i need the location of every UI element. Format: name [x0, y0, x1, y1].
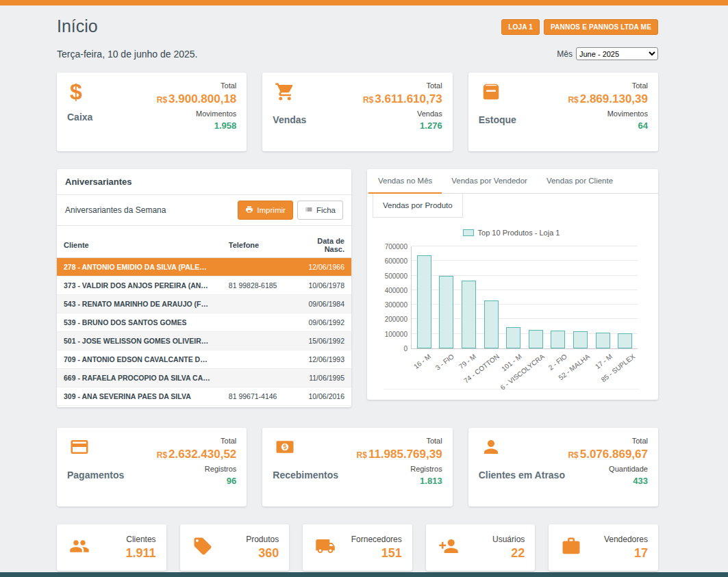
print-button[interactable]: Imprimir [238, 201, 293, 220]
tab-vendas-por-vendedor[interactable]: Vendas por Vendedor [442, 169, 537, 193]
count-value: 64 [568, 120, 648, 131]
month-select[interactable]: June - 2025 [576, 47, 658, 60]
total-label: Total [363, 81, 442, 90]
date-row: Terça-feira, 10 de junho de 2025. Mês Ju… [57, 47, 658, 60]
table-row[interactable]: 709 - ANTONIO EDSON CAVALCANTE D… 12/06/… [57, 350, 351, 369]
stat-left: Recebimentos [273, 437, 338, 498]
stat-left: Pagamentos [67, 437, 124, 498]
person-icon [479, 437, 565, 460]
chart-x-axis: 16 - M3 - FIO79 - M74 - COTTON101 - M6 -… [411, 349, 638, 389]
chart-bar [462, 281, 476, 348]
chart-bar [618, 333, 632, 348]
stat-card-title: Clientes em Atraso [479, 470, 565, 480]
tab-vendas-por-produto[interactable]: Vendas por Produto [373, 194, 463, 218]
chart-title: Top 10 Produtos - Loja 1 [478, 229, 560, 237]
cell-data: 11/06/1995 [292, 369, 351, 387]
bar-slot [413, 246, 436, 348]
cell-data: 10/06/1978 [292, 277, 351, 295]
total-amount: R$11.985.769,39 [357, 448, 442, 462]
amount-value: 3.900.800,18 [168, 92, 236, 105]
count-value: 1.276 [363, 120, 442, 131]
briefcase-icon [559, 536, 583, 559]
table-row[interactable]: 501 - JOSE WELISSON GOMES OLIVEIR… 15/06… [57, 332, 351, 350]
count-label: Movimentos [568, 110, 648, 118]
table-row[interactable]: 539 - BRUNO DOS SANTOS GOMES 09/06/1992 [57, 313, 351, 332]
table-row[interactable]: 278 - ANTONIO EMIDIO DA SILVA (PALE… 12/… [57, 258, 351, 277]
count-label: Vendas [363, 110, 442, 118]
legend-swatch [463, 229, 474, 236]
y-tick-label: 300000 [385, 301, 412, 309]
stat-right: Total R$11.985.769,39 Registros 1.813 [357, 437, 442, 498]
stat-card-pagamentos: Pagamentos Total R$2.632.430,52 Registro… [57, 428, 247, 507]
total-label: Total [157, 437, 237, 445]
currency-symbol: R$ [568, 450, 578, 460]
amount-value: 3.611.610,73 [375, 92, 442, 105]
summary-right: Vendedores 17 [604, 535, 648, 561]
stat-card-estoque: Estoque Total R$2.869.130,39 Movimentos … [468, 73, 658, 151]
chart-bars [412, 246, 638, 348]
summary-value: 360 [246, 546, 279, 561]
bar-slot [525, 246, 547, 348]
x-tick-label: 16 - M [412, 352, 432, 370]
ficha-button-label: Ficha [316, 206, 336, 214]
y-tick-label: 600000 [385, 257, 412, 265]
column-header-data: Data de Nasc. [292, 233, 351, 258]
x-tick: 85 - SUPLEX [615, 349, 638, 389]
y-tick-label: 400000 [385, 286, 412, 294]
summary-cards: Clientes 1.911 Produtos 360 Fornecedores… [57, 524, 658, 571]
chart-bar [417, 255, 431, 348]
credit-card-icon [67, 437, 124, 460]
cell-telefone: 81 99671-4146 [222, 387, 292, 406]
summary-value: 1.911 [126, 546, 156, 561]
toolbar-buttons: Imprimir Ficha [238, 201, 343, 220]
chart-plot: 0100000200000300000400000500000600000700… [411, 246, 638, 349]
total-amount: R$3.900.800,18 [157, 92, 237, 107]
table-row[interactable]: 373 - VALDIR DOS ANJOS PEREIRA (AN… 81 9… [57, 277, 351, 295]
y-tick-label: 200000 [385, 316, 412, 323]
summary-card-usuarios: Usuários 22 [426, 524, 536, 571]
table-row[interactable]: 309 - ANA SEVERINA PAES DA SILVA 81 9967… [57, 387, 351, 406]
store-button[interactable]: LOJA 1 [501, 19, 540, 35]
header-buttons: LOJA 1 PANNOS E PANNOS LTDA ME [501, 19, 658, 35]
total-label: Total [357, 437, 442, 445]
cell-data: 12/06/1966 [292, 258, 351, 277]
stat-card-title: Estoque [479, 114, 516, 125]
summary-right: Produtos 360 [246, 535, 279, 561]
cell-data: 12/06/1993 [292, 350, 351, 369]
stat-right: Total R$2.869.130,39 Movimentos 64 [568, 81, 648, 142]
bar-slot [436, 246, 458, 348]
birthdays-subtitle: Aniversariantes da Semana [65, 205, 166, 215]
cell-telefone [222, 258, 292, 277]
tab-vendas-por-cliente[interactable]: Vendas por Cliente [537, 169, 623, 193]
x-tick-label: 79 - M [457, 352, 477, 370]
tab-vendas-no-mes[interactable]: Vendas no Mês [368, 169, 442, 194]
stat-left: Estoque [479, 81, 516, 142]
count-value: 1.958 [157, 120, 237, 131]
summary-card-produtos: Produtos 360 [180, 524, 290, 571]
cell-cliente: 373 - VALDIR DOS ANJOS PEREIRA (AN… [57, 277, 222, 295]
bar-slot [547, 246, 570, 348]
middle-row: Aniversariantes Aniversariantes da Seman… [57, 169, 658, 407]
table-row[interactable]: 669 - RAFAELA PROCOPIO DA SILVA CA… 11/0… [57, 369, 351, 387]
count-label: Quantidade [568, 465, 648, 473]
ficha-button[interactable]: Ficha [297, 201, 343, 220]
list-icon [305, 205, 313, 215]
cell-cliente: 309 - ANA SEVERINA PAES DA SILVA [57, 387, 222, 406]
summary-right: Clientes 1.911 [126, 535, 156, 561]
summary-label: Usuários [492, 535, 525, 544]
count-value: 1.813 [357, 476, 442, 486]
table-row[interactable]: 543 - RENATO MARINHO DE ARAUJO (F… 09/06… [57, 295, 351, 313]
month-picker: Mês June - 2025 [557, 47, 658, 60]
total-amount: R$2.869.130,39 [568, 92, 648, 107]
cell-telefone [222, 313, 292, 332]
company-button[interactable]: PANNOS E PANNOS LTDA ME [544, 19, 658, 35]
bar-slot [614, 246, 636, 348]
total-label: Total [157, 81, 237, 90]
cell-data: 15/06/1992 [292, 332, 351, 350]
sales-tabs-row2: Vendas por Produto [367, 194, 658, 218]
cell-cliente: 709 - ANTONIO EDSON CAVALCANTE D… [57, 350, 222, 369]
x-tick: 6 - VISCOLYCRA [524, 349, 547, 389]
x-tick: 3 - FIO [434, 349, 456, 389]
currency-symbol: R$ [157, 95, 167, 105]
sales-panel: Vendas no Mês Vendas por Vendedor Vendas… [367, 169, 658, 400]
